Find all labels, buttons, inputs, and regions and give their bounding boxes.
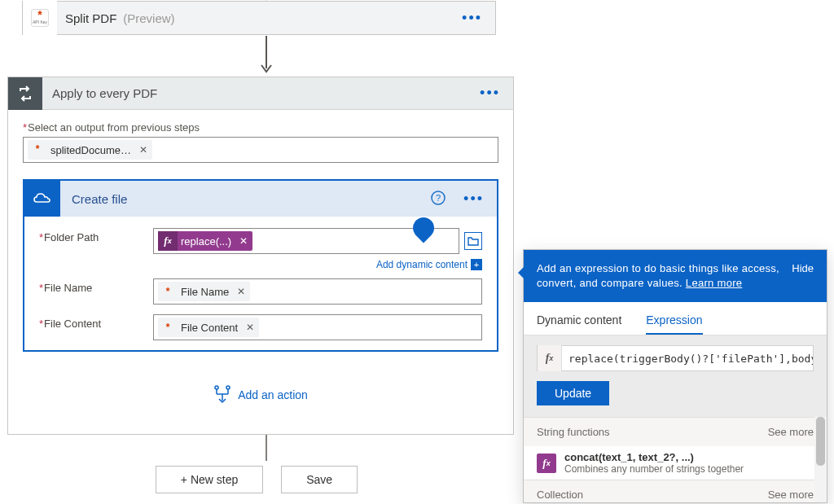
see-more-link[interactable]: See more [768, 489, 814, 501]
foreach-title: Apply to every PDF [42, 86, 467, 100]
expression-text[interactable]: replace(triggerBody()?['filePath'],body(… [562, 353, 813, 365]
scrollbar[interactable] [814, 417, 827, 502]
remove-token-button[interactable]: ✕ [232, 286, 250, 297]
svg-text:?: ? [436, 193, 441, 203]
remove-token-button[interactable]: ✕ [241, 322, 259, 333]
loop-icon [8, 77, 42, 110]
token-file-name[interactable]: * File Name ✕ [158, 282, 250, 301]
group-string-functions[interactable]: String functions See more [524, 417, 827, 446]
folder-path-input[interactable]: fx replace(...) ✕ [153, 228, 459, 254]
token-file-content[interactable]: * File Content ✕ [158, 318, 259, 337]
folder-path-label: *Folder Path [39, 228, 153, 243]
remove-token-button[interactable]: ✕ [235, 235, 252, 247]
split-pdf-action[interactable]: *API Key Split PDF (Preview) ••• [22, 1, 496, 35]
expression-popup: Add an expression to do basic things lik… [523, 249, 827, 503]
flow-arrow-icon [257, 36, 276, 75]
svg-point-5 [226, 386, 230, 389]
group-collection[interactable]: Collection See more [524, 480, 827, 502]
callout-arrow-icon [518, 266, 525, 279]
file-name-input[interactable]: * File Name ✕ [153, 278, 482, 305]
hide-popup-button[interactable]: Hide [792, 261, 814, 276]
expression-input[interactable]: fx replace(triggerBody()?['filePath'],bo… [537, 345, 814, 371]
update-button[interactable]: Update [537, 381, 609, 405]
help-button[interactable]: ? [426, 191, 450, 208]
tab-dynamic-content[interactable]: Dynamic content [537, 307, 621, 335]
fx-icon: fx [538, 345, 562, 371]
learn-more-link[interactable]: Learn more [686, 277, 742, 289]
api-key-icon: * [160, 283, 176, 300]
foreach-header[interactable]: Apply to every PDF ••• [8, 77, 513, 110]
fx-icon: fx [158, 231, 178, 251]
active-field-indicator-icon [409, 213, 439, 243]
api-key-icon: *API Key [31, 9, 49, 27]
see-more-link[interactable]: See more [768, 426, 814, 438]
output-selector-label: *Select an output from previous steps [23, 121, 498, 134]
flow-arrow-icon [257, 435, 276, 467]
plus-icon: + [471, 259, 482, 270]
file-content-input[interactable]: * File Content ✕ [153, 314, 482, 340]
action-menu-button[interactable]: ••• [449, 10, 495, 27]
popup-tabs: Dynamic content Expression [524, 302, 827, 335]
insert-step-icon [213, 384, 231, 405]
create-file-title: Create file [60, 192, 426, 206]
action-title: Split PDF (Preview) [57, 11, 449, 25]
scrollbar-thumb[interactable] [816, 417, 825, 466]
foreach-menu-button[interactable]: ••• [467, 85, 513, 102]
foreach-container: Apply to every PDF ••• *Select an output… [7, 77, 514, 435]
popup-intro: Add an expression to do basic things lik… [537, 261, 782, 291]
folder-picker-button[interactable] [464, 232, 482, 250]
token-splited-documents[interactable]: * splitedDocume… ✕ [28, 140, 152, 160]
create-file-action: Create file ? ••• *Folder Path fx re [23, 179, 498, 352]
add-action-link[interactable]: Add an action [23, 384, 498, 405]
tab-expression[interactable]: Expression [646, 307, 702, 335]
api-key-icon: * [160, 319, 176, 335]
output-selector-input[interactable]: * splitedDocume… ✕ [23, 137, 498, 163]
file-content-label: *File Content [39, 314, 153, 330]
api-key-icon: * [29, 142, 46, 158]
token-expression[interactable]: fx replace(...) ✕ [158, 231, 252, 251]
create-file-header[interactable]: Create file ? ••• [24, 181, 497, 217]
fx-icon: fx [537, 454, 556, 473]
create-file-menu-button[interactable]: ••• [450, 191, 497, 208]
save-button[interactable]: Save [281, 466, 358, 493]
remove-token-button[interactable]: ✕ [134, 144, 152, 156]
onedrive-icon [24, 181, 60, 217]
add-dynamic-content-link[interactable]: Add dynamic content+ [39, 257, 482, 270]
function-concat[interactable]: fx concat(text_1, text_2?, ...) Combines… [524, 446, 827, 480]
file-name-label: *File Name [39, 278, 153, 294]
new-step-button[interactable]: + New step [156, 466, 263, 493]
svg-point-4 [215, 386, 218, 389]
